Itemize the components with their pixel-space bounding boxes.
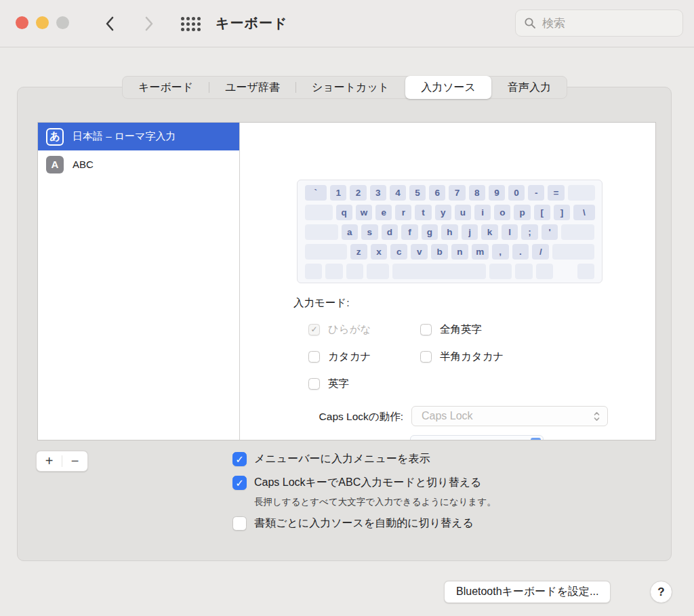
next-popup-partially-visible [410,435,544,440]
blank-key [325,264,343,279]
key-z: z [350,244,367,260]
blank-key [515,264,533,279]
updown-arrow-key [556,264,574,279]
input-mode-option[interactable]: 英字 [308,377,420,390]
input-source-panel: あ日本語 – ローマ字入力AABC `1234567890-=qwertyuio… [37,122,656,440]
remove-input-source-button[interactable]: − [62,451,87,471]
option-checkbox-row[interactable]: ✓メニューバーに入力メニューを表示 [232,452,496,466]
close-button[interactable] [16,16,28,29]
input-mode-option: ✓ひらがな [308,323,420,336]
checkbox-label: カタカナ [328,350,371,364]
add-remove-control: + − [36,451,88,472]
search-input[interactable]: 検索 [515,9,683,37]
input-source-detail: `1234567890-=qwertyuiop[]\asdfghjkl;'zxc… [241,123,657,440]
key-7: 7 [449,185,465,201]
keyboard-row: qwertyuiop[]\ [303,205,596,220]
key-2: 2 [350,185,366,201]
key-c: c [390,244,407,260]
input-mode-options: ✓ひらがな全角英字カタカナ半角カタカナ英字 [308,323,504,390]
toolbar: キーボード 検索 [0,0,694,47]
blank-key [577,264,595,279]
back-button[interactable] [99,13,121,35]
checkbox-label: Caps LockキーでABC入力モードと切り替える [254,476,482,490]
input-source-list: あ日本語 – ローマ字入力AABC [38,123,240,440]
tab-4[interactable]: 入力ソース [405,76,491,99]
key-1: 1 [330,185,346,201]
key-,: , [492,244,509,260]
key-b: b [431,244,448,260]
checkbox-label: メニューバーに入力メニューを表示 [254,452,430,466]
key-6: 6 [429,185,445,201]
blank-key [489,264,512,279]
key-5: 5 [409,185,426,201]
checkbox[interactable] [308,351,320,363]
checkbox[interactable] [420,351,432,363]
key-l: l [502,224,518,240]
blank-key [305,205,333,220]
space-key [392,264,486,279]
blank-key [305,224,338,240]
input-source-row[interactable]: あ日本語 – ローマ字入力 [38,123,239,150]
key-j: j [462,224,478,240]
blank-key [305,264,323,279]
search-icon [524,17,536,29]
checkbox[interactable]: ✓ [232,476,247,490]
key-n: n [451,244,468,260]
input-source-label: 日本語 – ローマ字入力 [73,130,176,143]
keyboard-layout-preview: `1234567890-=qwertyuiop[]\asdfghjkl;'zxc… [297,180,603,283]
key-q: q [336,205,352,220]
key-/: / [532,244,549,260]
key-': ' [542,224,558,240]
checkbox[interactable] [308,378,320,390]
input-mode-option[interactable]: 全角英字 [420,323,504,336]
key-g: g [422,224,438,240]
checkbox-label: 半角カタカナ [440,350,504,364]
checkbox[interactable] [420,324,432,335]
input-mode-option[interactable]: カタカナ [308,350,420,363]
key-t: t [415,205,431,220]
add-input-source-button[interactable]: + [37,451,62,471]
option-checkbox-row[interactable]: 書類ごとに入力ソースを自動的に切り替える [232,516,496,531]
option-checkbox-row[interactable]: ✓Caps LockキーでABC入力モードと切り替える [232,476,496,490]
key-a: a [342,224,359,240]
key-9: 9 [489,185,505,201]
search-placeholder: 検索 [542,16,565,31]
blank-key [568,185,595,201]
input-source-badge: A [46,156,64,173]
caps-lock-action-popup: Caps Lock [411,406,608,426]
checkbox-label: 書類ごとに入力ソースを自動的に切り替える [254,516,474,531]
key-;: ; [521,224,538,240]
checkbox[interactable]: ✓ [232,452,247,466]
input-source-row[interactable]: AABC [38,150,239,178]
key-o: o [494,205,510,220]
checkbox: ✓ [308,324,320,335]
input-source-badge: あ [46,128,64,146]
zoom-button [56,16,69,29]
show-all-grid-icon[interactable] [181,17,201,31]
checkbox[interactable] [232,516,247,531]
key-8: 8 [469,185,485,201]
key-m: m [472,244,489,260]
input-mode-option[interactable]: 半角カタカナ [420,350,504,363]
key-k: k [481,224,498,240]
blank-key [305,244,347,260]
tab-5[interactable]: 音声入力 [492,76,567,99]
help-button[interactable]: ? [650,581,672,603]
popup-stepper-blue [531,438,541,440]
tab-1[interactable]: キーボード [123,76,209,99]
key-x: x [371,244,388,260]
setup-bluetooth-keyboard-button[interactable]: Bluetoothキーボードを設定... [444,581,611,603]
tab-strip: キーボードユーザ辞書ショートカット入力ソース音声入力 [122,76,567,99]
tab-3[interactable]: ショートカット [296,76,405,99]
key-4: 4 [390,185,406,201]
keyboard-row: zxcvbnm,./ [303,244,596,260]
blank-key [561,224,594,240]
tab-2[interactable]: ユーザ辞書 [209,76,295,99]
keyboard-row [303,264,596,279]
key-=: = [548,185,564,201]
forward-button [138,13,160,35]
key-`: ` [305,185,327,201]
chevron-right-icon [144,16,154,32]
minimize-button[interactable] [36,16,49,29]
key-h: h [441,224,458,240]
